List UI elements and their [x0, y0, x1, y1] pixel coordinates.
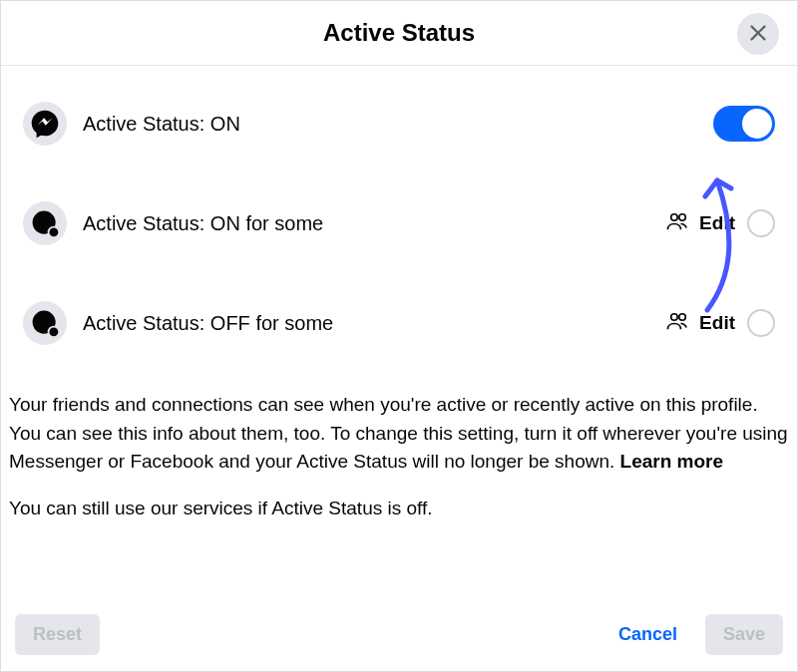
edit-label: Edit — [699, 312, 735, 334]
save-button[interactable]: Save — [705, 614, 783, 655]
option-active-status-on[interactable]: Active Status: ON — [1, 74, 797, 173]
status-dot-icon — [23, 301, 67, 345]
edit-label: Edit — [699, 212, 735, 234]
reset-button[interactable]: Reset — [15, 614, 100, 655]
svg-point-7 — [49, 327, 60, 338]
edit-button[interactable]: Edit — [665, 310, 735, 336]
modal-body: Active Status: ON Active Status: ON for … — [1, 66, 797, 602]
option-actions: Edit — [665, 309, 775, 337]
svg-point-9 — [679, 314, 686, 321]
radio-button[interactable] — [747, 209, 775, 237]
modal-title: Active Status — [323, 19, 475, 47]
toggle-switch[interactable] — [713, 106, 775, 142]
close-button[interactable] — [737, 13, 779, 55]
messenger-icon — [23, 102, 67, 146]
option-off-for-some[interactable]: Active Status: OFF for some Edit — [1, 273, 797, 373]
option-label: Active Status: OFF for some — [83, 312, 649, 335]
option-on-for-some[interactable]: Active Status: ON for some Edit — [1, 173, 797, 273]
edit-button[interactable]: Edit — [665, 210, 735, 236]
cancel-button[interactable]: Cancel — [600, 614, 695, 655]
close-icon — [747, 22, 769, 47]
svg-point-5 — [679, 214, 686, 221]
option-actions — [713, 106, 775, 142]
active-status-modal: Active Status Active Status: ON Active S… — [0, 0, 798, 672]
option-actions: Edit — [665, 209, 775, 237]
learn-more-link[interactable]: Learn more — [620, 451, 723, 472]
svg-point-3 — [49, 227, 60, 238]
people-icon — [665, 210, 691, 236]
svg-point-8 — [671, 314, 678, 321]
modal-footer: Reset Cancel Save — [1, 602, 797, 671]
status-dot-icon — [23, 201, 67, 245]
description-para-1: Your friends and connections can see whe… — [9, 391, 789, 477]
option-label: Active Status: ON — [83, 113, 697, 136]
option-label: Active Status: ON for some — [83, 212, 649, 235]
svg-point-4 — [671, 214, 678, 221]
modal-header: Active Status — [1, 1, 797, 66]
toggle-knob — [742, 109, 772, 139]
description-block: Your friends and connections can see whe… — [1, 373, 797, 522]
description-para-2: You can still use our services if Active… — [9, 495, 789, 523]
radio-button[interactable] — [747, 309, 775, 337]
people-icon — [665, 310, 691, 336]
